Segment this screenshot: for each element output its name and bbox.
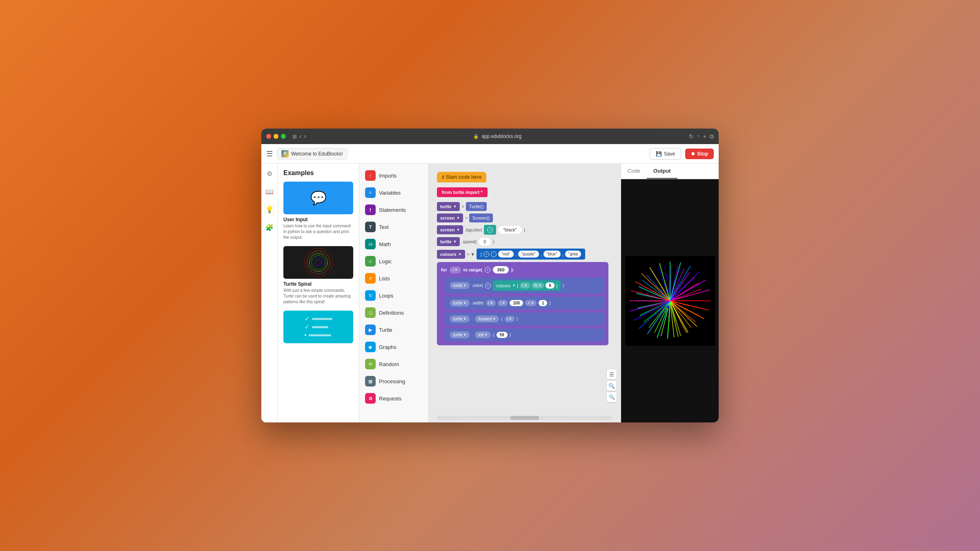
example-desc-turtlespiral: With just a few simple commands, Turtle … xyxy=(283,288,353,305)
left-method-dropdown[interactable]: left▼ xyxy=(475,331,491,338)
i-dropdown-width[interactable]: i▼ xyxy=(486,300,496,306)
palette-definitions[interactable]: ◻ Definitions xyxy=(359,304,428,321)
tab-code[interactable]: Code xyxy=(621,164,647,179)
app-window: ⊞ ‹ › 🔒 app.edublocks.org ↻ ↑ + ⧉ ☰ P We… xyxy=(261,129,719,422)
range-value[interactable]: 360 xyxy=(493,266,508,273)
main-content: ⚙ 📖 💡 🧩 Examples 💬 User Input Learn how … xyxy=(261,164,719,422)
palette-text[interactable]: T Text xyxy=(359,218,428,236)
for-loop-block[interactable]: for i▼ in range( + 360 ): turtle▼ xyxy=(437,262,608,345)
maximize-button[interactable] xyxy=(281,134,286,139)
forward-turtle-dropdown[interactable]: turtle▼ xyxy=(450,315,470,322)
url-bar[interactable]: app.edublocks.org xyxy=(481,133,521,139)
example-thumb-userinput: 💬 xyxy=(283,182,353,214)
sidebar-icon-settings[interactable]: ⚙ xyxy=(264,168,275,179)
reload-icon[interactable]: ↻ xyxy=(689,133,694,140)
nav-forward[interactable]: › xyxy=(304,133,306,140)
canvas-scrollbar-h[interactable] xyxy=(437,416,612,420)
list-view-icon[interactable]: ☰ xyxy=(607,369,617,379)
turtle-var-block[interactable]: turtle ▼ xyxy=(437,202,460,211)
width-turtle-dropdown[interactable]: turtle▼ xyxy=(450,300,470,307)
random-label: Random xyxy=(379,361,399,367)
palette-random[interactable]: ⟳ Random xyxy=(359,355,428,373)
palette-variables[interactable]: = Variables xyxy=(359,184,428,201)
width-div-value[interactable]: 100 xyxy=(510,300,523,306)
speed-turtle-block[interactable]: turtle ▼ xyxy=(437,237,460,246)
left-method-block[interactable]: turtle▼ . left▼ ( 59 ) xyxy=(446,329,604,341)
palette-graphs[interactable]: ◉ Graphs xyxy=(359,338,428,355)
start-code-block[interactable]: # Start code here xyxy=(437,172,486,182)
sidebar-icon-puzzle[interactable]: 🧩 xyxy=(264,222,275,233)
palette-requests[interactable]: ✿ Requests xyxy=(359,390,428,407)
palette-statements[interactable]: ! Statements xyxy=(359,201,428,218)
i-dropdown-forward[interactable]: i▼ xyxy=(505,316,514,322)
screen-var-block[interactable]: screen ▼ xyxy=(437,213,463,222)
close-button[interactable] xyxy=(266,134,271,139)
colour-purple[interactable]: "purple" xyxy=(518,251,539,258)
colour-red[interactable]: "red" xyxy=(498,251,514,258)
speed-value[interactable]: 0 xyxy=(478,237,491,246)
modulo-value[interactable]: 6 xyxy=(546,282,555,289)
modulo-dropdown[interactable]: %▼ xyxy=(532,282,544,289)
bgcolor-value[interactable]: "black" xyxy=(498,225,522,234)
scrollbar-thumb xyxy=(510,416,539,420)
right-panel: Code Output xyxy=(621,164,719,422)
palette-loops[interactable]: ↻ Loops xyxy=(359,287,428,304)
width-method-block[interactable]: turtle▼ .width( i▼ /▼ 100 +▼ xyxy=(446,297,604,309)
i-dropdown-inner[interactable]: i▼ xyxy=(520,282,530,289)
turtle-constructor[interactable]: Turtle() xyxy=(466,202,487,211)
example-desc-userinput: Learn how to use the input command in py… xyxy=(283,223,353,240)
sidebar-icon-lightbulb[interactable]: 💡 xyxy=(264,204,275,215)
nav-back[interactable]: ‹ xyxy=(299,133,301,140)
color-turtle-dropdown[interactable]: turtle▼ xyxy=(450,282,470,289)
color-method-block[interactable]: turtle▼ .color( + colours▼ [ i▼ xyxy=(446,278,604,293)
palette-logic[interactable]: ◇ Logic xyxy=(359,253,428,270)
example-card-userinput[interactable]: 💬 User Input Learn how to use the input … xyxy=(283,182,353,240)
share-icon[interactable]: ↑ xyxy=(697,133,700,140)
sidebar-icon-book[interactable]: 📖 xyxy=(264,186,275,197)
minimize-button[interactable] xyxy=(274,134,278,139)
import-block[interactable]: from turtle import * xyxy=(437,187,488,197)
colours-inner-dropdown[interactable]: colours▼ [ i▼ %▼ 6 ] xyxy=(493,280,561,291)
for-var-dropdown[interactable]: i▼ xyxy=(450,267,461,273)
stop-button[interactable]: ⏹ Stop xyxy=(685,149,714,159)
palette-turtle[interactable]: ▶ Turtle xyxy=(359,321,428,338)
blocks-canvas[interactable]: # Start code here from turtle import * t… xyxy=(429,164,621,414)
div-dropdown[interactable]: /▼ xyxy=(498,300,508,306)
palette-processing[interactable]: ▦ Processing xyxy=(359,373,428,390)
tab-overview-icon[interactable]: ⧉ xyxy=(710,133,714,140)
colour-green[interactable]: "gree xyxy=(565,251,581,258)
zoom-in-icon[interactable]: 🔍 xyxy=(607,381,617,391)
requests-icon: ✿ xyxy=(365,393,376,404)
left-value[interactable]: 59 xyxy=(497,332,508,338)
example-card-turtlespiral[interactable]: Turtle Spiral With just a few simple com… xyxy=(283,246,353,305)
tab-output[interactable]: Output xyxy=(647,164,677,179)
forward-method-block[interactable]: turtle▼ . forward▼ ( i▼ ) xyxy=(446,313,604,325)
bgcolor-method-block[interactable]: + xyxy=(484,225,496,235)
lock-icon: 🔒 xyxy=(473,134,479,139)
requests-label: Requests xyxy=(379,395,401,402)
colour-blue[interactable]: "blue" xyxy=(543,251,561,258)
palette-imports[interactable]: ↑ Imports xyxy=(359,167,428,184)
colours-list-block[interactable]: [ + - "red" , "purple" , "blue" , "gree xyxy=(477,249,585,260)
palette-lists[interactable]: ≡ Lists xyxy=(359,270,428,287)
turtle-dropdown-icon: ▼ xyxy=(453,204,457,209)
turtle-icon: ▶ xyxy=(365,324,376,335)
width-plus-value[interactable]: 1 xyxy=(539,300,548,306)
traffic-lights xyxy=(266,134,286,139)
plus-dropdown[interactable]: +▼ xyxy=(525,300,537,306)
logic-icon: ◇ xyxy=(365,256,376,267)
new-tab-icon[interactable]: + xyxy=(703,133,706,140)
palette-math[interactable]: √x Math xyxy=(359,236,428,253)
colours-var-block[interactable]: colours ▼ xyxy=(437,250,465,259)
forward-method-dropdown[interactable]: forward▼ xyxy=(475,315,499,322)
tab-title: Welcome to EduBlocks! xyxy=(291,151,343,157)
left-turtle-dropdown[interactable]: turtle▼ xyxy=(450,331,470,338)
titlebar: ⊞ ‹ › 🔒 app.edublocks.org ↻ ↑ + ⧉ xyxy=(261,129,719,144)
bgcolor-screen-block[interactable]: screen ▼ xyxy=(437,225,463,234)
zoom-out-icon[interactable]: 🔍 xyxy=(607,392,617,402)
screen-constructor[interactable]: Screen() xyxy=(469,213,493,222)
example-card-checklist[interactable]: ✓ ✓ • xyxy=(283,311,353,343)
file-tab[interactable]: P Welcome to EduBlocks! xyxy=(277,148,347,160)
save-button[interactable]: 💾 Save xyxy=(650,148,681,160)
hamburger-menu[interactable]: ☰ xyxy=(266,149,273,158)
